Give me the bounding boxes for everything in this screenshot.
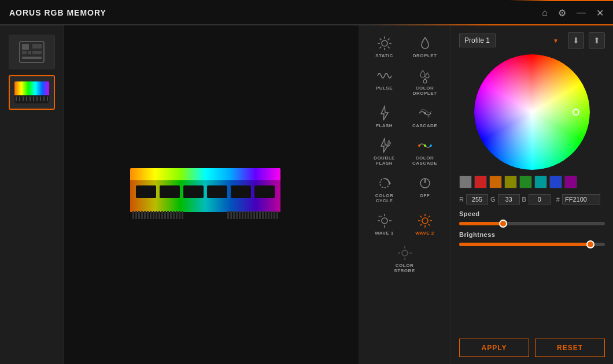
swatch-5[interactable]	[534, 176, 547, 188]
effect-wave2[interactable]: WAVE 2	[405, 209, 445, 240]
svg-line-35	[420, 216, 422, 218]
speed-label: Speed	[459, 210, 605, 217]
speed-fill	[459, 222, 503, 225]
pulse-label: PULSE	[376, 86, 393, 91]
main-container: STATIC DROPLET PULSE	[0, 25, 613, 364]
swatch-3[interactable]	[504, 176, 517, 188]
sidebar-item-ram[interactable]	[9, 75, 55, 110]
svg-point-39	[402, 250, 408, 256]
svg-line-37	[428, 216, 430, 218]
svg-point-20	[430, 144, 432, 147]
color-cascade-icon	[417, 138, 433, 154]
effects-row-1: STATIC DROPLET	[364, 31, 445, 62]
swatch-6[interactable]	[549, 176, 562, 188]
home-icon[interactable]: ⌂	[542, 8, 548, 18]
effect-color-cascade[interactable]: COLOR CASCADE	[405, 133, 445, 170]
brightness-section: Brightness	[459, 231, 605, 246]
b-label: B	[522, 196, 526, 203]
ram-visualization	[124, 143, 298, 247]
swatch-0[interactable]	[459, 176, 472, 188]
svg-rect-4	[32, 44, 42, 49]
effect-color-strobe[interactable]: COLOR STROBE	[385, 241, 425, 277]
svg-rect-2	[22, 51, 27, 54]
flash-label: FLASH	[376, 123, 393, 128]
color-wheel[interactable]	[474, 54, 590, 170]
svg-point-16	[424, 112, 426, 114]
hash-label: #	[556, 196, 560, 203]
svg-point-30	[422, 218, 428, 224]
effect-static[interactable]: STATIC	[364, 31, 405, 62]
swatch-4[interactable]	[519, 176, 532, 188]
close-icon[interactable]: ✕	[596, 8, 604, 18]
svg-line-36	[428, 224, 430, 226]
effects-panel: STATIC DROPLET PULSE	[359, 25, 451, 364]
effect-color-cycle[interactable]: COLOR CYCLE	[364, 171, 405, 207]
svg-point-19	[424, 144, 426, 147]
svg-point-25	[382, 218, 387, 224]
swatch-1[interactable]	[474, 176, 487, 188]
b-input[interactable]	[529, 194, 551, 205]
effects-row-2: PULSE COLOR DROPLET	[364, 64, 445, 100]
effect-droplet[interactable]: DROPLET	[405, 31, 445, 62]
r-input[interactable]	[466, 194, 488, 205]
effect-off[interactable]: OFF	[405, 171, 445, 207]
effects-row-3: FLASH CASCADE	[364, 101, 445, 132]
r-label: R	[459, 196, 464, 203]
speed-thumb[interactable]	[499, 220, 507, 228]
double-flash-icon	[376, 138, 393, 154]
effect-wave1[interactable]: WAVE 1	[364, 209, 405, 240]
wave2-icon	[417, 213, 433, 229]
svg-line-14	[387, 39, 389, 40]
color-strobe-icon	[397, 245, 413, 261]
effect-flash[interactable]: FLASH	[364, 101, 405, 132]
effect-color-droplet[interactable]: COLOR DROPLET	[405, 64, 445, 100]
color-droplet-label: COLOR DROPLET	[408, 86, 442, 96]
apply-button[interactable]: APPLY	[459, 339, 529, 357]
color-cycle-icon	[376, 175, 393, 191]
svg-rect-3	[28, 51, 31, 54]
double-flash-label: DOUBLE FLASH	[367, 155, 402, 166]
speed-track[interactable]	[459, 222, 605, 225]
static-icon	[376, 35, 393, 51]
device-sidebar	[0, 25, 64, 364]
cascade-icon	[417, 105, 433, 121]
titlebar: AORUS RGB MEMORY ⌂ ⚙ — ✕	[0, 0, 613, 25]
svg-line-12	[379, 39, 381, 40]
minimize-icon[interactable]: —	[577, 8, 586, 18]
effect-double-flash[interactable]: DOUBLE FLASH	[364, 133, 405, 170]
wave2-label: WAVE 2	[415, 231, 434, 236]
svg-rect-5	[32, 51, 42, 54]
swatch-7[interactable]	[564, 176, 577, 188]
cascade-label: CASCADE	[412, 123, 437, 128]
svg-marker-22	[389, 181, 391, 185]
svg-point-7	[382, 40, 387, 46]
effects-row-7: COLOR STROBE	[364, 241, 445, 277]
color-cursor[interactable]	[573, 109, 579, 116]
import-button[interactable]: ⬇	[568, 32, 584, 49]
swatch-2[interactable]	[489, 176, 502, 188]
svg-line-15	[379, 47, 381, 49]
brightness-label: Brightness	[459, 231, 605, 238]
effect-pulse[interactable]: PULSE	[364, 64, 405, 100]
hex-input[interactable]	[562, 194, 600, 205]
action-row: APPLY RESET	[459, 339, 605, 357]
export-button[interactable]: ⬆	[589, 32, 605, 49]
app-title: AORUS RGB MEMORY	[9, 8, 106, 17]
wave1-icon	[376, 213, 393, 229]
effects-row-5: COLOR CYCLE OFF	[364, 171, 445, 207]
brightness-thumb[interactable]	[586, 240, 594, 248]
profile-select[interactable]: Profile 1 Profile 2 Profile 3	[459, 34, 496, 47]
color-strobe-label: COLOR STROBE	[387, 263, 422, 273]
svg-point-17	[427, 116, 429, 118]
sidebar-item-motherboard[interactable]	[9, 35, 55, 69]
profile-row: Profile 1 Profile 2 Profile 3 ⬇ ⬆	[459, 32, 605, 49]
swatches-row	[459, 176, 605, 188]
settings-icon[interactable]: ⚙	[558, 8, 566, 18]
g-input[interactable]	[498, 194, 520, 205]
reset-button[interactable]: RESET	[535, 339, 605, 357]
off-icon	[417, 175, 433, 191]
off-label: OFF	[420, 193, 430, 198]
effect-cascade[interactable]: CASCADE	[405, 101, 445, 132]
right-panel: Profile 1 Profile 2 Profile 3 ⬇ ⬆	[451, 25, 613, 364]
brightness-track[interactable]	[459, 243, 605, 246]
